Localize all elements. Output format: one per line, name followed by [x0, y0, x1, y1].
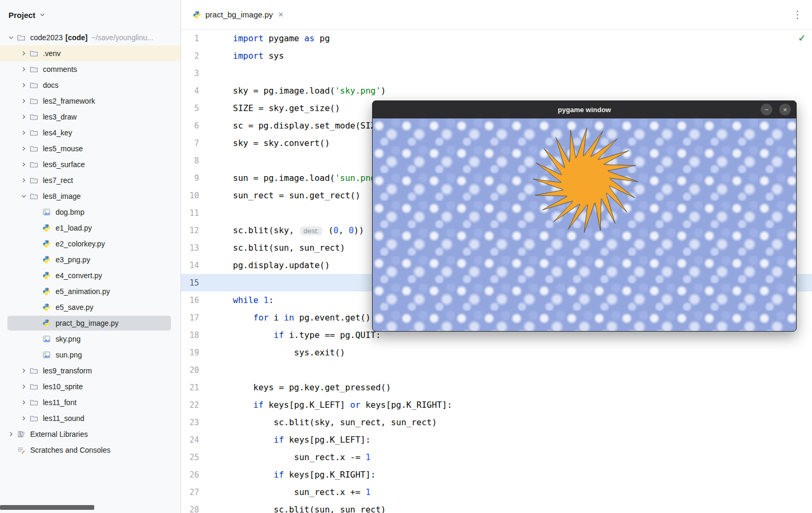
chevron-right-icon[interactable]	[18, 160, 30, 169]
code-line-1[interactable]: 1import pygame as pg	[181, 30, 812, 47]
tree-item-code2023[interactable]: code2023[code]~/save/younglinu...	[0, 30, 181, 45]
tree-item-les5-mouse[interactable]: les5_mouse	[0, 141, 181, 157]
code-line-19[interactable]: 19 sys.exit()	[181, 344, 812, 361]
tree-item-les2-framework[interactable]: les2_framework	[0, 93, 181, 109]
tree-item-docs[interactable]: docs	[0, 77, 181, 93]
code-line-20[interactable]: 20	[181, 361, 812, 379]
code-line-3[interactable]: 3	[181, 65, 812, 82]
tree-item-pract-bg-image-py[interactable]: pract_bg_image.py	[0, 315, 181, 331]
code-text: sun = pg.image.load('sun.png')	[199, 173, 386, 183]
pygame-canvas[interactable]	[373, 118, 796, 331]
line-number[interactable]: 11	[181, 208, 199, 218]
line-number[interactable]: 9	[181, 173, 199, 183]
pygame-window-titlebar[interactable]: pygame window − ×	[373, 101, 796, 118]
line-number[interactable]: 1	[181, 34, 199, 43]
line-number[interactable]: 21	[181, 383, 199, 392]
line-number[interactable]: 10	[181, 191, 199, 200]
code-text: SIZE = sky.get_size()	[199, 103, 340, 113]
chevron-down-icon[interactable]	[38, 11, 47, 19]
line-number[interactable]: 2	[181, 51, 199, 61]
line-number[interactable]: 3	[181, 69, 199, 78]
tree-item-external-libraries[interactable]: External Libraries	[0, 426, 181, 442]
close-button[interactable]: ×	[779, 104, 791, 115]
chevron-right-icon[interactable]	[18, 144, 30, 153]
chevron-right-icon[interactable]	[18, 65, 30, 74]
chevron-down-icon[interactable]	[5, 33, 17, 42]
line-number[interactable]: 13	[181, 243, 199, 253]
chevron-right-icon[interactable]	[18, 414, 30, 423]
code-text: keys = pg.key.get_pressed()	[199, 382, 391, 392]
chevron-right-icon[interactable]	[18, 367, 30, 375]
tab-close-icon[interactable]: ×	[277, 9, 285, 20]
tree-item-les11-font[interactable]: les11_font	[0, 395, 181, 410]
tree-item-les9-transform[interactable]: les9_transform	[0, 363, 181, 379]
line-number[interactable]: 18	[181, 331, 199, 340]
chevron-right-icon[interactable]	[18, 81, 30, 89]
line-number[interactable]: 25	[181, 453, 199, 462]
code-line-24[interactable]: 24 if keys[pg.K_LEFT]:	[181, 431, 812, 448]
code-line-28[interactable]: 28 sc.blit(sun, sun_rect)	[181, 501, 812, 513]
horizontal-scrollbar-thumb[interactable]	[0, 505, 94, 510]
tree-item--venv[interactable]: .venv	[0, 45, 181, 61]
chevron-right-icon[interactable]	[18, 382, 30, 391]
chevron-down-icon[interactable]	[18, 192, 30, 200]
more-options-icon[interactable]: ⋮	[792, 8, 812, 21]
tree-item-scratches-and-consoles[interactable]: Scratches and Consoles	[0, 442, 181, 458]
chevron-right-icon[interactable]	[18, 129, 30, 137]
tree-item-comments[interactable]: comments	[0, 61, 181, 77]
chevron-right-icon[interactable]	[18, 398, 30, 407]
folder-icon	[30, 65, 39, 74]
tree-item-e1-load-py[interactable]: e1_load.py	[0, 220, 181, 236]
tree-item-les7-rect[interactable]: les7_rect	[0, 172, 181, 188]
tree-item-e4-convert-py[interactable]: e4_convert.py	[0, 268, 181, 283]
tree-item-les11-sound[interactable]: les11_sound	[0, 410, 181, 426]
tree-item-les3-draw[interactable]: les3_draw	[0, 109, 181, 125]
line-number[interactable]: 14	[181, 261, 199, 270]
line-number[interactable]: 22	[181, 400, 199, 410]
line-number[interactable]: 6	[181, 121, 199, 131]
line-number[interactable]: 24	[181, 435, 199, 445]
tree-item-e5-save-py[interactable]: e5_save.py	[0, 299, 181, 315]
line-number[interactable]: 27	[181, 488, 199, 497]
line-number[interactable]: 7	[181, 139, 199, 148]
line-number[interactable]: 17	[181, 313, 199, 323]
code-line-2[interactable]: 2import sys	[181, 47, 812, 65]
code-line-25[interactable]: 25 sun_rect.x -= 1	[181, 448, 812, 466]
code-line-22[interactable]: 22 if keys[pg.K_LEFT] or keys[pg.K_RIGHT…	[181, 396, 812, 414]
tree-item-sun-png[interactable]: sun.png	[0, 347, 181, 363]
chevron-right-icon[interactable]	[18, 113, 30, 121]
tree-item-dog-bmp[interactable]: dog.bmp	[0, 204, 181, 220]
line-number[interactable]: 20	[181, 365, 199, 375]
code-line-26[interactable]: 26 if keys[pg.K_RIGHT]:	[181, 466, 812, 483]
line-number[interactable]: 5	[181, 104, 199, 113]
line-number[interactable]: 4	[181, 86, 199, 96]
line-number[interactable]: 23	[181, 418, 199, 427]
line-number[interactable]: 15	[181, 278, 199, 288]
tab-pract-bg-image[interactable]: pract_bg_image.py ×	[186, 0, 291, 29]
tree-item-les4-key[interactable]: les4_key	[0, 125, 181, 141]
line-number[interactable]: 19	[181, 348, 199, 358]
line-number[interactable]: 28	[181, 505, 199, 513]
code-line-4[interactable]: 4sky = pg.image.load('sky.png')	[181, 82, 812, 99]
tree-item-les10-sprite[interactable]: les10_sprite	[0, 379, 181, 395]
line-number[interactable]: 12	[181, 226, 199, 235]
tree-item-les8-image[interactable]: les8_image	[0, 188, 181, 204]
chevron-right-icon[interactable]	[18, 49, 30, 58]
code-line-23[interactable]: 23 sc.blit(sky, sun_rect, sun_rect)	[181, 414, 812, 431]
inspection-ok-icon[interactable]: ✓	[798, 33, 806, 44]
project-panel-header[interactable]: Project	[0, 0, 181, 30]
chevron-right-icon[interactable]	[18, 176, 30, 185]
code-line-21[interactable]: 21 keys = pg.key.get_pressed()	[181, 379, 812, 396]
tree-item-e3-png-py[interactable]: e3_png.py	[0, 252, 181, 268]
line-number[interactable]: 16	[181, 296, 199, 305]
line-number[interactable]: 26	[181, 470, 199, 480]
tree-item-les6-surface[interactable]: les6_surface	[0, 157, 181, 172]
line-number[interactable]: 8	[181, 156, 199, 166]
code-line-27[interactable]: 27 sun_rect.x += 1	[181, 483, 812, 501]
tree-item-e2-colorkey-py[interactable]: e2_colorkey.py	[0, 236, 181, 252]
tree-item-e5-animation-py[interactable]: e5_animation.py	[0, 283, 181, 299]
chevron-right-icon[interactable]	[18, 97, 30, 105]
minimize-button[interactable]: −	[761, 104, 772, 115]
chevron-right-icon[interactable]	[5, 430, 17, 438]
tree-item-sky-png[interactable]: sky.png	[0, 331, 181, 347]
